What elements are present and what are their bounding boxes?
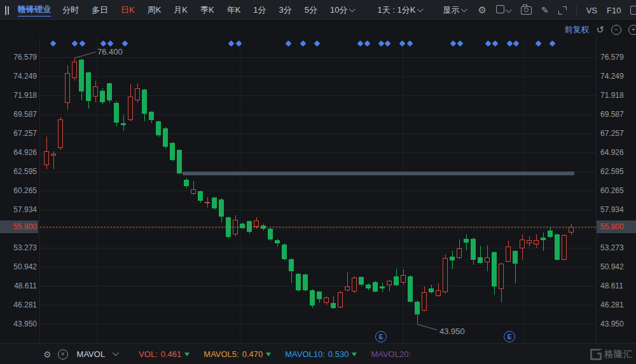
event-diamond-marker[interactable]	[406, 40, 413, 46]
candle	[191, 189, 196, 193]
event-e-marker[interactable]: E	[504, 331, 515, 342]
tab-多日[interactable]: 多日	[92, 4, 108, 16]
y-axis-label: 57.934	[600, 205, 624, 214]
candle	[296, 274, 301, 290]
candle	[548, 231, 553, 237]
watermark: 格隆汇	[590, 349, 633, 360]
display-dropdown[interactable]: 显示	[443, 4, 467, 16]
candle	[352, 278, 357, 292]
stock-name[interactable]: 赣锋锂业	[18, 4, 51, 17]
candle	[205, 202, 210, 204]
gridline-horizontal	[40, 210, 596, 210]
tab-日K[interactable]: 日K	[121, 4, 135, 16]
price-adjustment-selector[interactable]: 前复权	[564, 24, 589, 36]
gridline-vertical	[97, 37, 97, 343]
tab-月K[interactable]: 月K	[174, 4, 188, 16]
vs-button[interactable]: VS	[586, 6, 597, 15]
fullscreen-expand-icon[interactable]	[558, 6, 567, 15]
tab-周K[interactable]: 周K	[148, 4, 162, 16]
event-diamond-marker[interactable]	[485, 40, 491, 46]
candle	[345, 286, 350, 290]
event-diamond-marker[interactable]	[506, 40, 513, 46]
interval-dropdown[interactable]: 1天 : 1分K	[378, 4, 423, 16]
candle	[338, 292, 343, 307]
event-diamond-marker[interactable]	[357, 40, 363, 46]
tab-3分[interactable]: 3分	[279, 4, 292, 16]
chevron-down-icon	[506, 6, 512, 13]
candlestick-chart[interactable]: 76.57976.57974.24974.24971.91871.91869.5…	[0, 0, 636, 364]
gridline-horizontal	[40, 305, 596, 306]
candle	[408, 276, 413, 302]
tab-季K[interactable]: 季K	[200, 4, 214, 16]
event-diamond-marker[interactable]	[314, 40, 320, 46]
event-diamond-marker[interactable]	[50, 40, 56, 46]
event-diamond-marker[interactable]	[100, 40, 106, 46]
event-diamond-marker[interactable]	[228, 40, 234, 46]
event-diamond-marker[interactable]	[492, 40, 498, 46]
window-layout-icon[interactable]	[5, 6, 6, 15]
tab-年K[interactable]: 年K	[227, 4, 241, 16]
event-diamond-marker[interactable]	[285, 40, 291, 46]
side-panel-icon[interactable]	[630, 6, 636, 15]
y-axis-label: 67.257	[600, 129, 624, 138]
resistance-level-bar	[183, 172, 574, 175]
draw-pencil-icon[interactable]: ✎	[541, 5, 549, 15]
event-diamond-marker[interactable]	[107, 40, 113, 46]
zoom-in-icon[interactable]: +	[628, 25, 636, 35]
candle	[310, 290, 315, 306]
y-axis-label: 76.579	[600, 53, 624, 62]
indicator-settings-gear-icon[interactable]: ⚙	[43, 349, 52, 360]
indicator-selector[interactable]: MAVOL	[77, 349, 106, 359]
event-diamond-marker[interactable]	[79, 40, 85, 46]
event-diamond-marker[interactable]	[513, 40, 519, 46]
tab-1分[interactable]: 1分	[253, 4, 266, 16]
candle	[527, 240, 532, 243]
indicator-label: MAVOL5:	[204, 349, 238, 359]
event-diamond-marker[interactable]	[71, 40, 78, 46]
event-diamond-marker[interactable]	[235, 40, 242, 46]
event-diamond-marker[interactable]	[300, 40, 306, 46]
reset-zoom-icon[interactable]: ↺	[596, 24, 604, 36]
tab-5分[interactable]: 5分	[305, 4, 317, 16]
candle	[534, 240, 539, 244]
y-axis-label: 74.249	[0, 72, 37, 81]
candle	[555, 234, 560, 260]
candle	[303, 274, 308, 290]
settings-gear-icon[interactable]: ⚙	[478, 4, 487, 16]
y-axis-label: 50.942	[600, 262, 624, 271]
indicator-close-icon[interactable]: ×	[58, 349, 68, 360]
event-diamond-marker[interactable]	[450, 40, 456, 46]
y-axis-label: 60.265	[600, 186, 624, 195]
event-diamond-marker[interactable]	[535, 40, 541, 46]
y-axis-label: 69.587	[600, 110, 624, 119]
candle	[156, 121, 161, 135]
event-diamond-marker[interactable]	[378, 40, 384, 46]
candle	[380, 286, 385, 288]
candle	[359, 277, 364, 285]
tab-10分[interactable]: 10分	[330, 4, 354, 16]
f10-button[interactable]: F10	[607, 6, 621, 15]
candle	[142, 90, 147, 113]
event-diamond-marker[interactable]	[364, 40, 370, 46]
zoom-out-icon[interactable]: −	[611, 25, 621, 35]
event-diamond-marker[interactable]	[457, 40, 463, 46]
candle	[450, 257, 455, 260]
candle	[254, 220, 259, 227]
event-e-marker[interactable]: E	[375, 331, 387, 342]
tab-分时[interactable]: 分时	[62, 4, 79, 16]
candle	[65, 73, 70, 102]
candle	[464, 239, 469, 243]
event-diamond-marker[interactable]	[549, 40, 555, 46]
chart-style-dropdown[interactable]	[496, 5, 511, 15]
event-diamond-marker[interactable]	[399, 40, 405, 46]
event-diamond-marker[interactable]	[121, 40, 128, 46]
screenshot-camera-icon[interactable]	[521, 6, 532, 15]
candle	[485, 257, 490, 262]
candle	[513, 251, 518, 264]
period-tabs: 分时多日日K周K月K季K年K1分3分5分10分	[62, 4, 355, 16]
y-axis-label: 64.926	[0, 148, 37, 157]
event-diamond-marker[interactable]	[384, 40, 391, 46]
y-axis-label: 60.265	[0, 186, 37, 195]
y-axis-label: 64.926	[600, 148, 624, 157]
candle	[429, 288, 434, 292]
